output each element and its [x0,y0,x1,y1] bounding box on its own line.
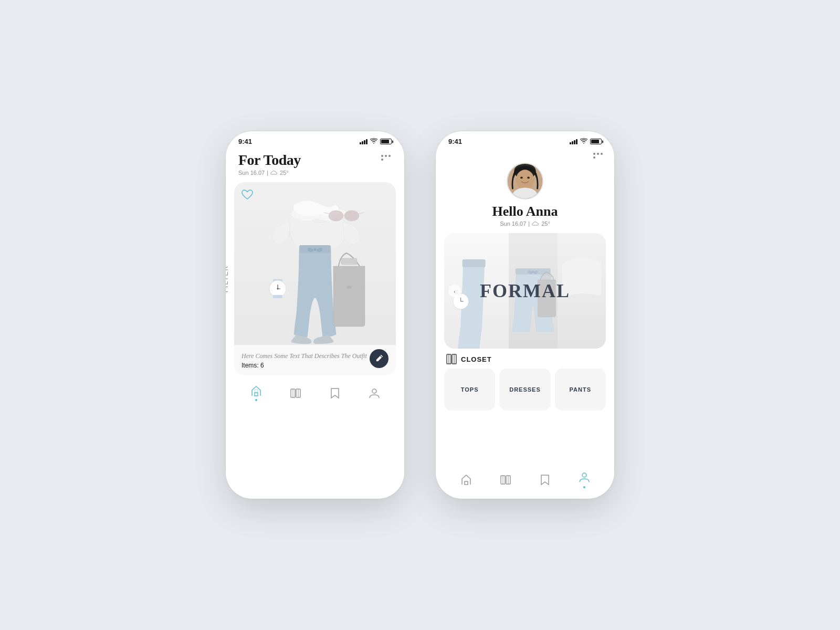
nav-profile[interactable] [368,387,381,400]
svg-point-25 [583,143,584,144]
svg-point-30 [527,177,530,179]
status-icons-2 [570,138,602,145]
closet-label: CLOSET [461,355,492,363]
phones-container: 9:41 For Toda [205,110,635,520]
nav-home[interactable] [250,385,262,401]
status-icons-1 [360,138,392,145]
phone-1-content: For Today Sun 16.07 | 25° Filte [226,148,404,412]
phone-2: 9:41 [436,131,614,499]
profile-weather-temp: 25° [541,220,550,227]
bottom-nav-1 [226,380,404,412]
profile-icon-2 [578,471,591,484]
bottom-nav-2 [436,466,614,499]
profile-date: Sun 16.07 [500,220,526,227]
nav-bookmark[interactable] [329,387,341,400]
nav-bookmark-2[interactable] [539,474,551,486]
profile-weather-icon [532,221,539,226]
divider: | [267,170,268,176]
category-tops[interactable]: TOPS [444,369,495,411]
formal-overlay: FORMAL [444,233,606,349]
home-icon-2 [460,474,472,486]
profile-icon [368,387,381,400]
wifi-icon-2 [580,138,587,145]
status-bar-2: 9:41 [436,131,614,148]
page-title: For Today [238,152,301,169]
active-indicator [255,399,257,401]
outfit-description: Here Comes Some Text That Describes The … [242,351,388,361]
closet-section: CLOSET [436,349,614,369]
time-1: 9:41 [238,138,252,145]
formal-label: FORMAL [480,280,570,302]
svg-point-3 [344,211,359,221]
wardrobe-icon-2 [499,474,512,486]
svg-rect-19 [255,393,258,396]
pipe-divider: | [528,220,530,227]
svg-point-29 [520,177,523,179]
filter-label[interactable]: Filter [226,265,229,292]
svg-rect-44 [465,481,468,485]
bookmark-icon [329,387,341,400]
svg-point-49 [582,473,586,477]
svg-point-18 [346,286,352,289]
nav-wardrobe[interactable] [289,387,302,400]
avatar-image [508,163,542,200]
favorite-button[interactable] [242,190,253,203]
header-subtitle: Sun 16.07 | 25° [238,170,301,176]
weather-cloud-icon [270,170,278,175]
svg-point-28 [516,170,534,190]
avatar [507,163,543,200]
signal-icon-2 [570,139,578,144]
active-indicator-2 [583,486,585,488]
svg-line-6 [359,213,364,214]
date-text: Sun 16.07 [238,170,265,176]
outfit-info: Here Comes Some Text That Describes The … [234,345,396,375]
closet-icon [446,354,457,364]
home-icon [250,385,262,397]
category-pants[interactable]: PANTS [555,369,606,411]
category-dresses[interactable]: DRESSES [499,369,550,411]
wifi-icon [370,138,377,145]
nav-wardrobe-2[interactable] [499,474,512,486]
svg-rect-15 [273,295,282,298]
profile-subtitle: Sun 16.07 | 25° [500,220,550,227]
svg-rect-16 [341,258,357,265]
status-bar-1: 9:41 [226,131,404,148]
svg-point-24 [372,389,376,393]
profile-section: Hello Anna Sun 16.07 | 25° [436,159,614,233]
edit-button[interactable] [370,349,388,368]
battery-icon [380,139,392,144]
svg-point-8 [314,248,317,251]
outfit-illustration [234,182,396,345]
more-options-button-2[interactable] [593,153,604,159]
weather-temp: 25° [280,170,289,176]
outfit-image [234,182,396,345]
phone-2-content: Hello Anna Sun 16.07 | 25° [436,159,614,499]
nav-profile-2[interactable] [578,471,591,488]
svg-point-2 [329,211,343,221]
wardrobe-icon [289,387,302,400]
greeting-text: Hello Anna [492,204,558,219]
battery-icon-2 [590,139,602,144]
bookmark-icon-2 [539,474,551,486]
outfit-carousel[interactable]: FORMAL ‹ [444,233,606,349]
phone-2-header [436,148,614,159]
signal-icon [360,139,368,144]
svg-point-14 [277,288,279,290]
svg-point-0 [373,143,374,144]
more-options-button[interactable] [381,155,392,161]
time-2: 9:41 [448,138,462,145]
header-text: For Today Sun 16.07 | 25° [238,152,301,176]
carousel-prev-button[interactable]: ‹ [448,285,461,297]
phone-1: 9:41 For Toda [226,131,404,499]
nav-home-2[interactable] [460,474,472,486]
phone-1-header: For Today Sun 16.07 | 25° [226,148,404,178]
outfit-card: Here Comes Some Text That Describes The … [234,182,396,375]
category-tiles: TOPS DRESSES PANTS [436,369,614,411]
outfit-items-count: Items: 6 [242,362,388,369]
